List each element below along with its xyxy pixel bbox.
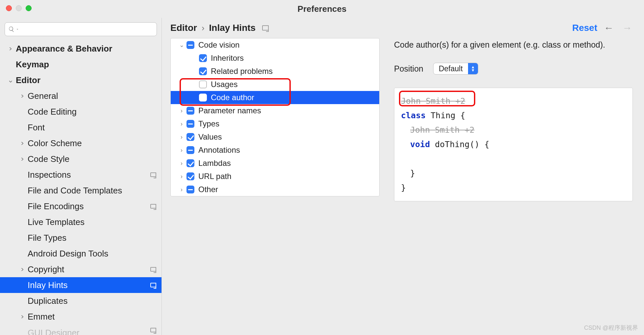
hint-tree-label: Lambdas bbox=[198, 159, 379, 168]
preferences-window: Preferences ›Appearance & Behavior›Keyma… bbox=[0, 0, 644, 335]
forward-button: → bbox=[620, 22, 634, 34]
position-value: Default bbox=[433, 63, 468, 74]
titlebar: Preferences bbox=[0, 0, 644, 18]
chevron-right-icon: › bbox=[6, 44, 15, 53]
chevron-right-icon: › bbox=[177, 107, 186, 114]
checkbox[interactable] bbox=[186, 159, 194, 167]
checkbox[interactable] bbox=[199, 80, 207, 88]
content: ⌄Code visionInheritorsRelated problemsUs… bbox=[162, 38, 644, 335]
checkbox[interactable] bbox=[186, 133, 194, 141]
checkbox[interactable] bbox=[199, 94, 207, 101]
watermark: CSDN @程序新视界 bbox=[584, 324, 638, 332]
sidebar-item[interactable]: ›Inspections bbox=[0, 167, 161, 183]
sidebar-item-label: Keymap bbox=[16, 59, 161, 70]
hint-tree-item[interactable]: ⌄Code vision bbox=[171, 38, 379, 52]
checkbox[interactable] bbox=[186, 107, 194, 115]
checkbox[interactable] bbox=[199, 54, 207, 62]
sidebar-item-label: Font bbox=[28, 123, 161, 133]
breadcrumb-root[interactable]: Editor bbox=[170, 23, 197, 33]
window-title: Preferences bbox=[0, 4, 644, 14]
search-input[interactable] bbox=[5, 22, 157, 36]
hint-tree-item[interactable]: Code author bbox=[171, 91, 379, 104]
sidebar-item[interactable]: ›Emmet bbox=[0, 309, 161, 324]
sidebar-item-label: Inspections bbox=[28, 170, 161, 180]
author-hint: John Smith +2 bbox=[401, 96, 465, 106]
chevron-right-icon: › bbox=[177, 160, 186, 167]
checkbox[interactable] bbox=[199, 67, 207, 75]
project-scope-icon bbox=[150, 328, 156, 332]
sidebar-item-label: Duplicates bbox=[28, 296, 161, 306]
hint-tree-label: URL path bbox=[198, 172, 379, 181]
sidebar-item[interactable]: ›File Types bbox=[0, 230, 161, 246]
chevron-right-icon: › bbox=[18, 139, 27, 147]
hints-tree: ⌄Code visionInheritorsRelated problemsUs… bbox=[170, 38, 380, 196]
code-text: Thing { bbox=[426, 111, 465, 120]
chevron-down-icon bbox=[15, 27, 19, 31]
sidebar-item[interactable]: ›Keymap bbox=[0, 56, 161, 72]
checkbox[interactable] bbox=[186, 186, 194, 193]
sidebar-item[interactable]: ›File Encodings bbox=[0, 198, 161, 214]
sidebar-item[interactable]: ⌄Editor bbox=[0, 72, 161, 88]
sidebar-item-label: File and Code Templates bbox=[28, 186, 161, 196]
sidebar-item[interactable]: ›Font bbox=[0, 120, 161, 135]
code-preview: John Smith +2 class Thing { John Smith +… bbox=[394, 88, 633, 201]
header: Editor › Inlay Hints Reset ← → bbox=[162, 18, 644, 38]
sidebar-item-label: Copyright bbox=[28, 264, 161, 275]
sidebar-item[interactable]: ›General bbox=[0, 88, 161, 104]
hint-tree-item[interactable]: ›Lambdas bbox=[171, 157, 379, 170]
hint-tree-label: Related problems bbox=[211, 67, 379, 76]
checkbox[interactable] bbox=[186, 120, 194, 128]
project-scope-icon bbox=[150, 204, 156, 209]
checkbox[interactable] bbox=[186, 146, 194, 154]
sidebar-item[interactable]: ›Appearance & Behavior bbox=[0, 41, 161, 56]
sidebar-item-label: File Encodings bbox=[28, 201, 161, 212]
sidebar: ›Appearance & Behavior›Keymap⌄Editor›Gen… bbox=[0, 18, 162, 335]
keyword: void bbox=[410, 140, 430, 149]
sidebar-item[interactable]: ›Live Templates bbox=[0, 214, 161, 230]
sidebar-item-label: Emmet bbox=[28, 312, 161, 322]
hint-tree-item[interactable]: Inheritors bbox=[171, 52, 379, 65]
position-row: Position Default ▲▼ bbox=[394, 63, 633, 75]
hint-tree-item[interactable]: ›URL path bbox=[171, 170, 379, 183]
hint-tree-item[interactable]: Related problems bbox=[171, 65, 379, 78]
hint-description: Code author(s) for a given element (e.g.… bbox=[394, 40, 633, 50]
chevron-right-icon: › bbox=[18, 265, 27, 274]
checkbox[interactable] bbox=[186, 172, 194, 180]
main-panel: Editor › Inlay Hints Reset ← → ⌄Code vis… bbox=[162, 18, 644, 335]
sidebar-item-label: Code Style bbox=[28, 154, 161, 164]
sidebar-item[interactable]: ›Android Design Tools bbox=[0, 246, 161, 261]
back-button[interactable]: ← bbox=[602, 22, 616, 34]
sidebar-item[interactable]: ›GUI Designer bbox=[0, 324, 161, 335]
hint-tree-item[interactable]: ›Annotations bbox=[171, 144, 379, 157]
chevron-right-icon: › bbox=[18, 92, 27, 100]
sidebar-item-label: Android Design Tools bbox=[28, 249, 161, 259]
sidebar-item-label: General bbox=[28, 91, 161, 101]
position-label: Position bbox=[394, 64, 423, 74]
hint-tree-item[interactable]: ›Other bbox=[171, 183, 379, 196]
chevron-right-icon: › bbox=[177, 134, 186, 141]
hint-tree-label: Code author bbox=[211, 93, 379, 102]
reset-button[interactable]: Reset bbox=[572, 23, 597, 33]
sidebar-item[interactable]: ›Color Scheme bbox=[0, 135, 161, 151]
body: ›Appearance & Behavior›Keymap⌄Editor›Gen… bbox=[0, 18, 644, 335]
checkbox[interactable] bbox=[186, 41, 194, 49]
sidebar-item[interactable]: ›Code Style bbox=[0, 151, 161, 167]
hint-tree-item[interactable]: ›Parameter names bbox=[171, 104, 379, 117]
hint-tree-item[interactable]: ›Values bbox=[171, 130, 379, 144]
chevron-right-icon: › bbox=[18, 155, 27, 163]
position-select[interactable]: Default ▲▼ bbox=[433, 63, 478, 75]
sidebar-item[interactable]: ›Inlay Hints bbox=[0, 277, 161, 293]
sidebar-item-label: Editor bbox=[16, 75, 161, 85]
hint-tree-label: Inheritors bbox=[211, 54, 379, 63]
hint-tree-label: Annotations bbox=[198, 145, 379, 155]
sidebar-item[interactable]: ›Copyright bbox=[0, 261, 161, 277]
sidebar-item[interactable]: ›Duplicates bbox=[0, 293, 161, 309]
chevron-right-icon: › bbox=[177, 173, 186, 180]
project-scope-icon bbox=[150, 267, 156, 272]
hint-tree-item[interactable]: Usages bbox=[171, 78, 379, 91]
sidebar-item[interactable]: ›Code Editing bbox=[0, 104, 161, 120]
chevron-right-icon: › bbox=[177, 186, 186, 193]
sidebar-item[interactable]: ›File and Code Templates bbox=[0, 183, 161, 198]
hint-tree-item[interactable]: ›Types bbox=[171, 117, 379, 130]
hint-tree-label: Types bbox=[198, 119, 379, 128]
